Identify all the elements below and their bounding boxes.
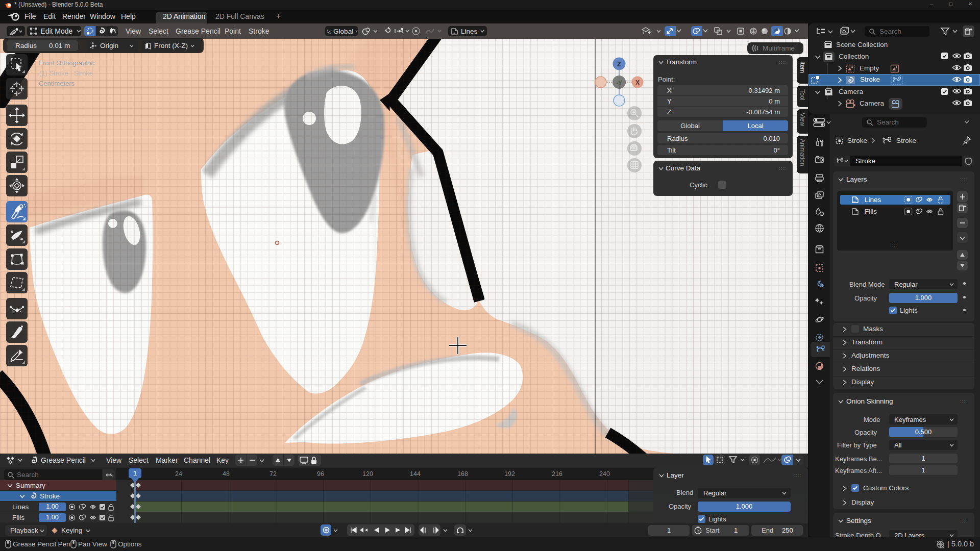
svg-text:X: X (635, 79, 640, 86)
svg-text:-Y: -Y (617, 80, 623, 86)
svg-text:Z: Z (617, 61, 621, 68)
